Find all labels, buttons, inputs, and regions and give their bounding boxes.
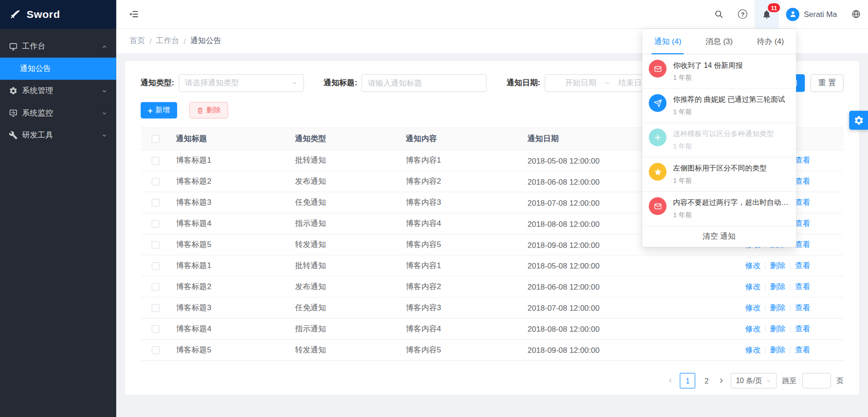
edit-link[interactable]: 修改 <box>745 324 761 333</box>
notification-type-icon <box>649 163 667 181</box>
view-link[interactable]: 查看 <box>795 303 810 312</box>
reset-button[interactable]: 重 置 <box>810 74 843 92</box>
breadcrumb-home[interactable]: 首页 <box>130 36 145 46</box>
row-checkbox[interactable] <box>152 346 159 354</box>
notification-type-icon <box>649 129 667 147</box>
edit-link[interactable]: 修改 <box>745 345 761 354</box>
page-size-select[interactable]: 10 条/页 <box>731 373 776 389</box>
breadcrumb-separator: / <box>149 37 152 45</box>
jump-page-input[interactable] <box>802 373 831 389</box>
pagination: 1 2 10 条/页 跳至 页 <box>141 373 844 389</box>
notifications-bell[interactable]: 11 <box>754 0 779 28</box>
chevron-down-icon <box>765 378 771 384</box>
user-name: Serati Ma <box>804 10 837 18</box>
sidebar-item-label: 研发工具 <box>22 130 53 140</box>
cell-actions: 修改删除查看 <box>655 345 843 355</box>
notification-time: 1 年前 <box>673 210 789 220</box>
breadcrumb-workbench[interactable]: 工作台 <box>156 36 179 46</box>
view-link[interactable]: 查看 <box>795 282 810 291</box>
page-1-button[interactable]: 1 <box>680 373 695 389</box>
cell-content: 博客内容4 <box>400 324 522 334</box>
row-checkbox[interactable] <box>152 178 159 186</box>
sidebar-item-tools[interactable]: 研发工具 <box>0 124 116 146</box>
view-link[interactable]: 查看 <box>795 324 810 333</box>
add-button[interactable]: 新增 <box>141 102 177 118</box>
cell-date: 2018-08-08 12:00:00 <box>522 219 655 228</box>
row-checkbox[interactable] <box>152 157 159 165</box>
row-checkbox-cell <box>141 262 170 269</box>
cell-actions: 修改删除查看 <box>655 282 843 292</box>
delete-link[interactable]: 删除 <box>770 345 786 354</box>
next-page-icon[interactable] <box>717 377 725 384</box>
notification-body: 左侧图标用于区分不同的类型 1 年前 <box>673 163 766 186</box>
notification-tabs: 通知 (4) 消息 (3) 待办 (4) <box>642 29 796 55</box>
delete-link[interactable]: 删除 <box>770 282 786 291</box>
view-link[interactable]: 查看 <box>795 176 810 185</box>
tab-todos[interactable]: 待办 (4) <box>745 29 796 54</box>
cell-title: 博客标题3 <box>170 303 289 313</box>
notification-item[interactable]: 你收到了 14 份新周报 1 年前 <box>642 54 796 88</box>
notification-item[interactable]: 左侧图标用于区分不同的类型 1 年前 <box>642 157 796 192</box>
breadcrumb-separator: / <box>184 37 186 45</box>
delete-link[interactable]: 删除 <box>770 324 786 333</box>
row-checkbox[interactable] <box>152 325 159 333</box>
app-logo[interactable]: Sword <box>0 0 116 29</box>
view-link[interactable]: 查看 <box>795 219 810 227</box>
notice-type-select[interactable]: 请选择通知类型 <box>179 74 304 92</box>
edit-link[interactable]: 修改 <box>745 261 761 269</box>
language-globe-icon[interactable] <box>844 0 868 28</box>
header-date: 通知日期 <box>522 134 655 144</box>
date-separator: ~ <box>605 79 610 88</box>
page-size-value: 10 条/页 <box>736 376 762 386</box>
theme-settings-button[interactable] <box>849 111 868 130</box>
clear-notifications-button[interactable]: 清空 通知 <box>642 226 796 247</box>
page-2-button[interactable]: 2 <box>701 377 712 385</box>
cell-type: 发布通知 <box>289 176 400 187</box>
sidebar-item-label: 工作台 <box>22 42 45 52</box>
search-icon[interactable] <box>707 0 731 28</box>
view-link[interactable]: 查看 <box>795 198 810 206</box>
row-checkbox-cell <box>141 198 170 206</box>
delete-button[interactable]: 删除 <box>189 102 228 118</box>
cell-content: 博客内容3 <box>400 198 522 208</box>
delete-link[interactable]: 删除 <box>770 261 786 269</box>
view-link[interactable]: 查看 <box>795 345 810 354</box>
cell-title: 博客标题2 <box>170 176 289 187</box>
help-icon[interactable] <box>731 0 754 28</box>
tab-notifications[interactable]: 通知 (4) <box>642 29 694 54</box>
delete-link[interactable]: 删除 <box>770 303 786 312</box>
row-checkbox[interactable] <box>152 241 159 248</box>
sidebar-item-notice[interactable]: 通知公告 <box>0 58 116 80</box>
notification-item[interactable]: 这种模板可以区分多种通知类型 1 年前 <box>642 123 796 157</box>
table-row: 博客标题5 转发通知 博客内容5 2018-09-08 12:00:00 修改删… <box>141 340 844 361</box>
trash-icon <box>196 107 204 114</box>
prev-page-icon[interactable] <box>667 377 674 384</box>
notice-title-input[interactable] <box>368 79 481 88</box>
edit-link[interactable]: 修改 <box>745 303 761 312</box>
sidebar-item-system[interactable]: 系统管理 <box>0 80 116 102</box>
tab-messages[interactable]: 消息 (3) <box>694 29 745 54</box>
edit-link[interactable]: 修改 <box>745 282 761 291</box>
cell-actions: 修改删除查看 <box>655 324 843 334</box>
sidebar-item-monitor[interactable]: 系统监控 <box>0 102 116 124</box>
collapse-sidebar-icon[interactable] <box>125 6 141 22</box>
view-link[interactable]: 查看 <box>795 261 810 269</box>
row-checkbox[interactable] <box>152 283 159 291</box>
sidebar-item-workbench[interactable]: 工作台 <box>0 35 116 57</box>
view-link[interactable]: 查看 <box>795 155 810 164</box>
view-link[interactable]: 查看 <box>795 240 810 248</box>
table-row: 博客标题2 发布通知 博客内容2 2018-06-08 12:00:00 修改删… <box>141 276 844 297</box>
notification-text: 你推荐的 曲妮妮 已通过第三轮面试 <box>673 94 785 105</box>
row-checkbox[interactable] <box>152 304 159 312</box>
notification-time: 1 年前 <box>673 73 743 83</box>
row-checkbox[interactable] <box>152 262 159 269</box>
notification-item[interactable]: 内容不要超过两行字，超出时自动截断 1 年前 <box>642 192 796 226</box>
row-checkbox[interactable] <box>152 198 159 206</box>
select-all-checkbox[interactable] <box>152 135 159 143</box>
user-menu[interactable]: Serati Ma <box>779 0 844 28</box>
cell-date: 2018-07-08 12:00:00 <box>522 198 655 207</box>
mail-icon <box>653 65 662 73</box>
row-checkbox[interactable] <box>152 219 159 227</box>
notification-item[interactable]: 你推荐的 曲妮妮 已通过第三轮面试 1 年前 <box>642 88 796 123</box>
mail-icon <box>653 202 662 210</box>
